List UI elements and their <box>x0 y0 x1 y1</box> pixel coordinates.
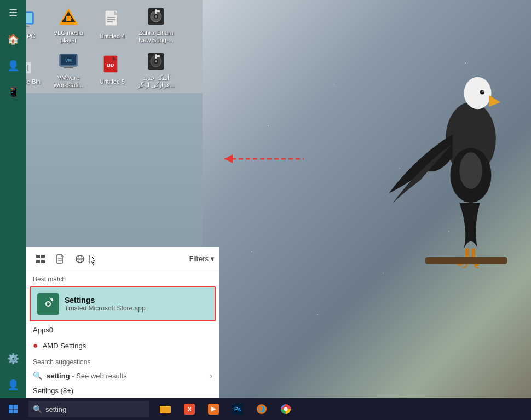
svg-rect-62 <box>9 405 13 409</box>
filters-chevron: ▾ <box>211 255 215 263</box>
taskbar-sublime[interactable] <box>203 398 224 420</box>
sidebar-menu-icon[interactable]: ☰ <box>0 0 26 26</box>
svg-rect-51 <box>41 255 45 258</box>
start-button[interactable] <box>0 398 26 420</box>
svg-rect-53 <box>41 260 45 263</box>
desktop: This PC VLC media player Untitled 4 Zahr… <box>0 0 531 420</box>
sidebar-phone-icon[interactable]: 📱 <box>0 79 26 105</box>
svg-point-2 <box>464 77 492 109</box>
icon-vlc[interactable]: VLC media player <box>47 3 90 47</box>
eagle-illustration <box>367 11 520 285</box>
search-results: Best match Settings Trusted Microsoft St… <box>26 271 219 398</box>
taskbar-search[interactable]: 🔍 setting <box>28 401 149 417</box>
taskbar: 🔍 setting X Ps <box>0 398 531 420</box>
svg-point-79 <box>284 407 288 411</box>
svg-rect-52 <box>36 260 40 263</box>
best-match-label: Best match <box>26 271 219 285</box>
search-suggestions-label: Search suggestions <box>26 354 219 368</box>
filter-tab-apps[interactable] <box>31 249 50 269</box>
desktop-wallpaper <box>203 0 531 420</box>
svg-rect-64 <box>9 410 13 414</box>
svg-point-4 <box>480 90 484 94</box>
sidebar-user-icon[interactable]: 👤 <box>0 53 26 79</box>
apps0-label: Apps0 <box>33 326 53 334</box>
vlc-label: VLC media player <box>49 30 88 44</box>
settings-app-icon <box>37 293 59 315</box>
taskbar-chrome[interactable] <box>275 398 297 420</box>
svg-rect-28 <box>157 10 160 12</box>
untitled5-label: Untitled 5 <box>100 78 125 85</box>
icon-untitled4[interactable]: Untitled 4 <box>90 3 134 47</box>
filters-label-text: Filters <box>189 255 209 263</box>
sidebar-settings-icon[interactable]: ⚙️ <box>0 346 26 372</box>
svg-text:BD: BD <box>107 62 114 68</box>
suggestion-query: setting - See web results <box>47 372 127 380</box>
start-sidebar: ☰ 🏠 👤 📱 ⚙️ 👤 <box>0 0 26 398</box>
suggestion-link-text: - See web results <box>72 372 126 380</box>
apps0-result[interactable]: Apps0 <box>26 323 219 337</box>
svg-point-5 <box>482 90 484 92</box>
settings-subtitle: Trusted Microsoft Store app <box>65 304 146 312</box>
zahra-label: Zahra Elham New Song-... <box>137 30 175 44</box>
settings-info: Settings Trusted Microsoft Store app <box>65 296 146 312</box>
filter-tab-docs[interactable] <box>50 249 70 269</box>
icon-untitled5[interactable]: BD Untitled 5 <box>90 48 134 92</box>
svg-text:VM: VM <box>65 58 72 63</box>
amd-icon: ● <box>33 341 38 350</box>
untitled4-label: Untitled 4 <box>100 33 125 40</box>
svg-rect-10 <box>425 257 507 264</box>
filter-tab-web[interactable] <box>70 249 90 269</box>
icon-vmware[interactable]: VM VMware Workstati... <box>47 48 90 92</box>
svg-text:Ps: Ps <box>234 406 241 412</box>
taskbar-firefox[interactable] <box>251 398 273 420</box>
taskbar-app-icons: X Ps <box>154 398 297 420</box>
taskbar-file-explorer[interactable] <box>154 398 176 420</box>
untitled5-icon: BD <box>101 54 123 76</box>
svg-rect-50 <box>36 255 40 258</box>
sidebar-home-icon[interactable]: 🏠 <box>0 26 26 53</box>
zahra-icon <box>145 5 167 27</box>
svg-point-26 <box>155 15 157 18</box>
icon-persian-song[interactable]: آهنگ جدید هزارگی از گر... <box>134 48 178 92</box>
settings-count-row[interactable]: Settings (8+) <box>26 383 219 398</box>
svg-rect-49 <box>157 55 160 57</box>
taskbar-search-text: setting <box>45 405 66 413</box>
svg-rect-39 <box>64 67 73 68</box>
svg-rect-63 <box>14 405 18 409</box>
icon-zahra[interactable]: Zahra Elham New Song-... <box>134 3 178 47</box>
svg-rect-65 <box>14 410 18 414</box>
svg-rect-67 <box>160 406 165 407</box>
desktop-icons-area: This PC VLC media player Untitled 4 Zahr… <box>0 0 219 96</box>
search-panel: Filters ▾ Best match Settings Trusted Mi… <box>26 247 219 398</box>
filters-dropdown[interactable]: Filters ▾ <box>189 255 215 263</box>
amd-label: AMD Settings <box>43 342 86 350</box>
taskbar-search-icon: 🔍 <box>33 405 42 413</box>
amd-result[interactable]: ● AMD Settings <box>26 337 219 354</box>
vlc-icon <box>57 5 79 27</box>
search-suggestion-row[interactable]: 🔍 setting - See web results › <box>26 368 219 383</box>
settings-title: Settings <box>65 296 146 304</box>
settings-count-label: Settings (8+) <box>33 387 73 395</box>
svg-rect-38 <box>65 66 72 67</box>
untitled4-icon <box>101 9 123 31</box>
settings-result-item[interactable]: Settings Trusted Microsoft Store app <box>30 286 216 321</box>
persian-song-label: آهنگ جدید هزارگی از گر... <box>137 74 175 89</box>
sidebar-account-icon[interactable]: 👤 <box>0 372 26 398</box>
svg-point-47 <box>155 60 157 62</box>
taskbar-photoshop[interactable]: Ps <box>227 398 249 420</box>
search-suggestion-icon: 🔍 <box>33 371 42 380</box>
svg-point-7 <box>459 152 482 189</box>
vmware-icon: VM <box>57 51 79 73</box>
filter-tabs: Filters ▾ <box>26 247 219 271</box>
persian-song-icon <box>145 51 167 73</box>
vmware-label: VMware Workstati... <box>49 74 88 89</box>
svg-text:X: X <box>188 406 192 412</box>
taskbar-xampp[interactable]: X <box>178 398 200 420</box>
suggestion-arrow-icon: › <box>210 371 212 380</box>
